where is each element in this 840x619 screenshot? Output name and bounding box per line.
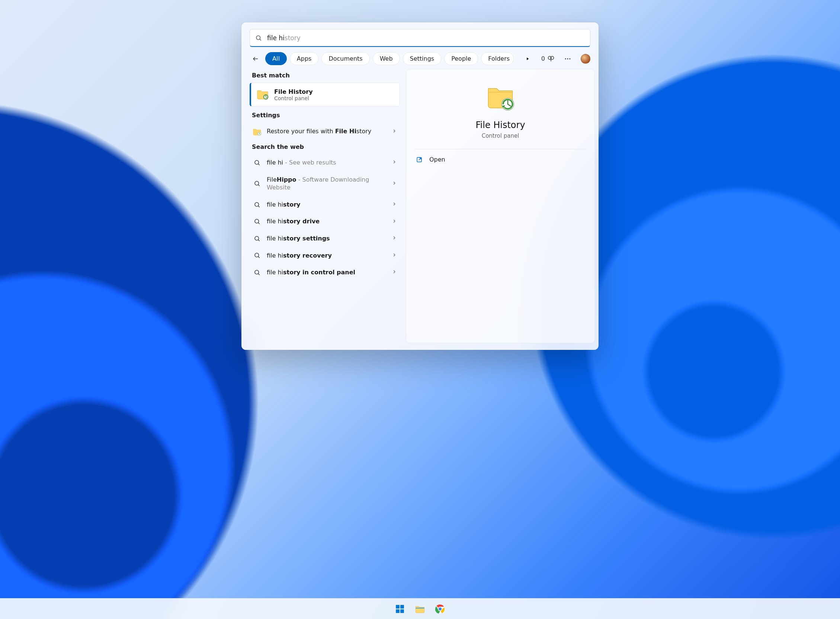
search-query-typed: file hi (267, 34, 285, 42)
rewards-points: 0 (541, 55, 545, 62)
svg-rect-32 (396, 609, 400, 613)
web-result[interactable]: file hi - See web results (250, 154, 400, 171)
svg-point-14 (255, 181, 259, 185)
svg-rect-31 (400, 605, 404, 609)
file-explorer-taskbar[interactable] (413, 601, 427, 616)
svg-line-23 (258, 257, 259, 258)
chevron-right-icon (392, 201, 397, 206)
filters-scroll-right[interactable] (522, 53, 533, 64)
filter-row: All Apps Documents Web Settings People F… (242, 47, 598, 69)
preview-app-icon (485, 82, 515, 113)
web-result-label: file history (267, 200, 386, 209)
svg-point-8 (569, 58, 570, 59)
svg-point-12 (255, 160, 259, 164)
web-result-label: file history settings (267, 235, 386, 243)
chevron-right-icon (392, 159, 397, 164)
filter-documents[interactable]: Documents (321, 52, 369, 65)
svg-line-17 (258, 206, 259, 207)
chevron-right-icon (392, 218, 397, 224)
section-search-web: Search the web (250, 141, 400, 154)
svg-rect-34 (416, 607, 424, 608)
web-result-label: FileHippo - Software Downloading Website (267, 176, 386, 192)
rewards-indicator[interactable]: 0 (541, 55, 555, 63)
chrome-icon (435, 604, 445, 614)
svg-line-13 (258, 164, 259, 165)
filter-all[interactable]: All (265, 52, 287, 65)
search-icon (254, 159, 260, 166)
search-icon (254, 201, 260, 208)
settings-result[interactable]: Restore your files with File History (250, 123, 400, 141)
filter-settings[interactable]: Settings (403, 52, 442, 65)
start-button[interactable] (392, 601, 407, 616)
chrome-taskbar[interactable] (433, 601, 448, 616)
web-result[interactable]: file history settings (250, 230, 400, 247)
file-history-small-icon (252, 127, 261, 136)
svg-line-15 (258, 185, 259, 186)
triangle-right-icon (525, 57, 530, 61)
web-result-label: file history in control panel (267, 268, 386, 277)
ellipsis-icon (564, 55, 571, 63)
svg-point-22 (255, 253, 259, 257)
best-match-subtitle: Control panel (274, 95, 313, 101)
svg-rect-30 (396, 605, 400, 609)
svg-marker-3 (527, 57, 529, 60)
open-action[interactable]: Open (406, 149, 594, 170)
chevron-right-icon (392, 253, 397, 257)
chevron-right-icon (392, 269, 397, 274)
svg-point-20 (255, 236, 259, 241)
web-result[interactable]: file history (250, 196, 400, 213)
preview-subtitle: Control panel (406, 133, 594, 139)
filter-pills: All Apps Documents Web Settings People F… (265, 52, 518, 65)
svg-point-18 (255, 219, 259, 223)
windows-logo-icon (395, 604, 405, 614)
section-settings: Settings (250, 109, 400, 123)
best-match-title: File History (274, 88, 313, 95)
results-column: Best match File History Control panel (250, 69, 402, 343)
open-action-label: Open (429, 156, 445, 163)
chevron-right-icon (392, 128, 397, 135)
search-bar[interactable]: file hi story (250, 29, 590, 47)
svg-point-0 (256, 36, 260, 40)
settings-result-label: Restore your files with File History (267, 127, 386, 136)
web-result[interactable]: file history recovery (250, 247, 400, 264)
svg-line-1 (260, 39, 261, 40)
filter-apps[interactable]: Apps (290, 52, 319, 65)
web-result[interactable]: FileHippo - Software Downloading Website (250, 171, 400, 196)
rewards-icon (547, 55, 555, 63)
web-result-label: file history recovery (267, 252, 386, 260)
back-button[interactable] (250, 53, 261, 65)
web-result[interactable]: file history in control panel (250, 264, 400, 281)
web-result-label: file history drive (267, 217, 386, 226)
svg-line-19 (258, 223, 259, 224)
web-result[interactable]: file history drive (250, 213, 400, 230)
more-options-button[interactable] (562, 53, 573, 64)
chevron-right-icon (392, 181, 397, 186)
search-icon (254, 252, 260, 259)
best-match-result[interactable]: File History Control panel (250, 83, 400, 106)
chevron-right-icon (392, 235, 397, 241)
section-best-match: Best match (250, 69, 400, 83)
svg-point-24 (255, 270, 259, 274)
svg-line-25 (258, 274, 259, 275)
preview-pane: File History Control panel Open (406, 69, 595, 343)
search-icon (254, 269, 260, 276)
svg-point-7 (567, 58, 568, 59)
folder-icon (415, 604, 425, 614)
svg-point-6 (565, 58, 566, 59)
svg-rect-33 (400, 609, 404, 613)
search-icon (254, 180, 260, 187)
filter-web[interactable]: Web (373, 52, 400, 65)
filter-folders[interactable]: Folders (481, 52, 514, 65)
search-icon (255, 34, 262, 41)
search-query-suggestion: story (285, 34, 301, 42)
open-external-icon (416, 156, 422, 163)
user-avatar[interactable] (581, 54, 590, 64)
web-result-label: file hi - See web results (267, 158, 386, 167)
file-history-icon (256, 87, 269, 102)
filter-people[interactable]: People (444, 52, 478, 65)
arrow-left-icon (252, 55, 259, 62)
svg-point-16 (255, 202, 259, 206)
search-icon (254, 218, 260, 225)
windows-search-panel: file hi story All Apps Documents Web Set… (242, 22, 598, 350)
svg-line-21 (258, 240, 259, 241)
